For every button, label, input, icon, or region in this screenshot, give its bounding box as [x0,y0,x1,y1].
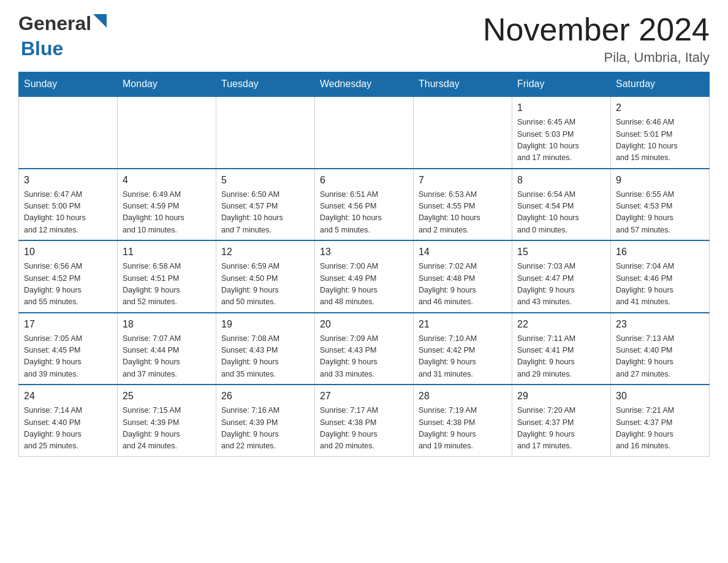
day-info: Sunrise: 7:03 AMSunset: 4:47 PMDaylight:… [517,261,605,308]
weekday-header-sunday: Sunday [19,72,118,97]
day-number: 1 [517,101,605,115]
calendar-cell: 25Sunrise: 7:15 AMSunset: 4:39 PMDayligh… [118,385,216,456]
day-number: 6 [320,173,408,188]
logo-blue-line: Blue [18,37,63,60]
location-text: Pila, Umbria, Italy [483,50,710,66]
calendar-cell: 18Sunrise: 7:07 AMSunset: 4:44 PMDayligh… [118,313,216,385]
day-number: 15 [517,245,605,259]
day-number: 16 [616,245,704,259]
calendar-cell: 2Sunrise: 6:46 AMSunset: 5:01 PMDaylight… [611,96,710,169]
day-number: 2 [616,101,704,115]
day-info: Sunrise: 7:10 AMSunset: 4:42 PMDaylight:… [419,333,507,381]
calendar-week-3: 10Sunrise: 6:56 AMSunset: 4:52 PMDayligh… [19,240,710,313]
calendar-cell: 22Sunrise: 7:11 AMSunset: 4:41 PMDayligh… [512,313,611,385]
calendar-cell [216,96,315,169]
calendar-cell [414,96,512,169]
day-number: 10 [24,245,112,259]
day-info: Sunrise: 6:59 AMSunset: 4:50 PMDaylight:… [221,261,309,308]
calendar-cell: 29Sunrise: 7:20 AMSunset: 4:37 PMDayligh… [512,385,611,456]
svg-marker-0 [93,14,107,28]
calendar-cell: 5Sunrise: 6:50 AMSunset: 4:57 PMDaylight… [216,169,315,241]
day-info: Sunrise: 7:13 AMSunset: 4:40 PMDaylight:… [616,333,704,381]
calendar-cell: 8Sunrise: 6:54 AMSunset: 4:54 PMDaylight… [512,169,611,241]
day-number: 14 [419,245,507,259]
calendar-cell: 9Sunrise: 6:55 AMSunset: 4:53 PMDaylight… [611,169,710,241]
calendar-cell: 1Sunrise: 6:45 AMSunset: 5:03 PMDaylight… [512,96,611,169]
day-number: 5 [221,173,309,188]
day-number: 23 [616,317,704,332]
logo-arrow-icon [93,14,107,30]
calendar-week-1: 1Sunrise: 6:45 AMSunset: 5:03 PMDaylight… [19,96,710,169]
day-info: Sunrise: 6:53 AMSunset: 4:55 PMDaylight:… [419,189,507,237]
day-info: Sunrise: 7:05 AMSunset: 4:45 PMDaylight:… [24,333,112,381]
day-number: 17 [24,317,112,332]
calendar-cell: 23Sunrise: 7:13 AMSunset: 4:40 PMDayligh… [611,313,710,385]
calendar-cell: 27Sunrise: 7:17 AMSunset: 4:38 PMDayligh… [315,385,414,456]
calendar-cell: 6Sunrise: 6:51 AMSunset: 4:56 PMDaylight… [315,169,414,241]
calendar-cell: 26Sunrise: 7:16 AMSunset: 4:39 PMDayligh… [216,385,315,456]
calendar-cell: 14Sunrise: 7:02 AMSunset: 4:48 PMDayligh… [414,240,512,313]
calendar-cell: 12Sunrise: 6:59 AMSunset: 4:50 PMDayligh… [216,240,315,313]
logo-general-line: General [18,12,107,35]
calendar-cell: 7Sunrise: 6:53 AMSunset: 4:55 PMDaylight… [414,169,512,241]
calendar-cell: 30Sunrise: 7:21 AMSunset: 4:37 PMDayligh… [611,385,710,456]
calendar-cell [315,96,414,169]
day-number: 25 [123,389,211,404]
day-info: Sunrise: 6:58 AMSunset: 4:51 PMDaylight:… [123,261,211,308]
day-number: 26 [221,389,309,404]
day-info: Sunrise: 6:47 AMSunset: 5:00 PMDaylight:… [24,189,112,237]
weekday-header-saturday: Saturday [611,72,710,97]
calendar-cell: 3Sunrise: 6:47 AMSunset: 5:00 PMDaylight… [19,169,118,241]
day-info: Sunrise: 7:04 AMSunset: 4:46 PMDaylight:… [616,261,704,308]
day-info: Sunrise: 7:19 AMSunset: 4:38 PMDaylight:… [419,405,507,453]
calendar-header: SundayMondayTuesdayWednesdayThursdayFrid… [19,72,710,97]
day-info: Sunrise: 7:15 AMSunset: 4:39 PMDaylight:… [123,405,211,453]
month-title: November 2024 [483,12,710,47]
calendar-cell: 20Sunrise: 7:09 AMSunset: 4:43 PMDayligh… [315,313,414,385]
calendar-cell: 28Sunrise: 7:19 AMSunset: 4:38 PMDayligh… [414,385,512,456]
day-info: Sunrise: 7:20 AMSunset: 4:37 PMDaylight:… [517,405,605,453]
day-info: Sunrise: 7:00 AMSunset: 4:49 PMDaylight:… [320,261,408,308]
calendar-cell: 13Sunrise: 7:00 AMSunset: 4:49 PMDayligh… [315,240,414,313]
day-info: Sunrise: 7:09 AMSunset: 4:43 PMDaylight:… [320,333,408,381]
day-info: Sunrise: 7:16 AMSunset: 4:39 PMDaylight:… [221,405,309,453]
logo: General Blue [18,12,107,60]
day-number: 19 [221,317,309,332]
day-number: 20 [320,317,408,332]
day-number: 24 [24,389,112,404]
calendar-cell: 17Sunrise: 7:05 AMSunset: 4:45 PMDayligh… [19,313,118,385]
day-info: Sunrise: 6:46 AMSunset: 5:01 PMDaylight:… [616,117,704,164]
weekday-header-tuesday: Tuesday [216,72,315,97]
day-number: 3 [24,173,112,188]
weekday-header-monday: Monday [118,72,216,97]
calendar-week-4: 17Sunrise: 7:05 AMSunset: 4:45 PMDayligh… [19,313,710,385]
day-number: 28 [419,389,507,404]
calendar-cell: 21Sunrise: 7:10 AMSunset: 4:42 PMDayligh… [414,313,512,385]
day-number: 22 [517,317,605,332]
day-info: Sunrise: 6:45 AMSunset: 5:03 PMDaylight:… [517,117,605,164]
day-info: Sunrise: 7:08 AMSunset: 4:43 PMDaylight:… [221,333,309,381]
calendar-cell [118,96,216,169]
day-number: 21 [419,317,507,332]
day-info: Sunrise: 6:49 AMSunset: 4:59 PMDaylight:… [123,189,211,237]
day-info: Sunrise: 6:50 AMSunset: 4:57 PMDaylight:… [221,189,309,237]
day-number: 30 [616,389,704,404]
calendar-week-5: 24Sunrise: 7:14 AMSunset: 4:40 PMDayligh… [19,385,710,456]
day-info: Sunrise: 6:56 AMSunset: 4:52 PMDaylight:… [24,261,112,308]
day-number: 11 [123,245,211,259]
calendar-cell: 24Sunrise: 7:14 AMSunset: 4:40 PMDayligh… [19,385,118,456]
calendar-cell [19,96,118,169]
day-number: 8 [517,173,605,188]
calendar-table: SundayMondayTuesdayWednesdayThursdayFrid… [18,72,710,457]
day-info: Sunrise: 6:55 AMSunset: 4:53 PMDaylight:… [616,189,704,237]
title-section: November 2024 Pila, Umbria, Italy [483,12,710,66]
calendar-week-2: 3Sunrise: 6:47 AMSunset: 5:00 PMDaylight… [19,169,710,241]
day-info: Sunrise: 6:54 AMSunset: 4:54 PMDaylight:… [517,189,605,237]
day-info: Sunrise: 7:07 AMSunset: 4:44 PMDaylight:… [123,333,211,381]
day-info: Sunrise: 7:14 AMSunset: 4:40 PMDaylight:… [24,405,112,453]
day-info: Sunrise: 7:11 AMSunset: 4:41 PMDaylight:… [517,333,605,381]
calendar-cell: 16Sunrise: 7:04 AMSunset: 4:46 PMDayligh… [611,240,710,313]
day-info: Sunrise: 7:17 AMSunset: 4:38 PMDaylight:… [320,405,408,453]
day-number: 29 [517,389,605,404]
day-info: Sunrise: 6:51 AMSunset: 4:56 PMDaylight:… [320,189,408,237]
